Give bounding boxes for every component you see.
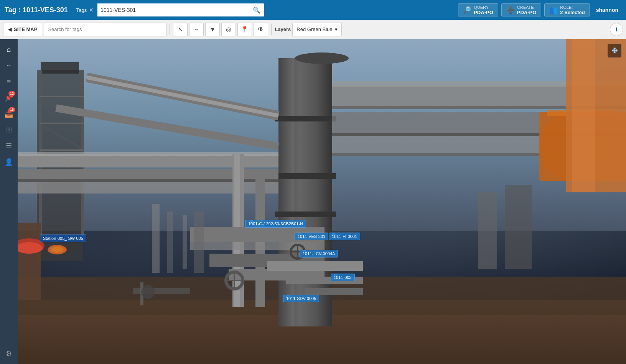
panorama-view[interactable]: ✥ Station-005_ SW-005 1001-G-1292-50-6CB… [18,39,626,364]
tag-lcv-group: 1011-LCV-0004A [300,250,306,254]
eye-icon: 👁 [258,26,264,33]
panorama-background: ✥ Station-005_ SW-005 1001-G-1292-50-6CB… [18,39,626,364]
tag-search-submit-icon[interactable]: 🔍 [249,7,264,14]
tag-search-input[interactable] [44,23,166,36]
svg-rect-21 [332,81,626,87]
tag-003-group: 1011-003 [331,274,338,277]
sidebar-item-grid[interactable]: ⊞ [2,123,16,137]
tag-sdv-label[interactable]: 1011-SDV-0005 [283,295,319,302]
svg-rect-23 [332,112,626,133]
sidebar-item-people[interactable]: 👤 [2,155,16,169]
svg-rect-39 [572,39,595,192]
divider-2 [271,24,272,35]
tag-fi-group: 1011-FI-0001 [329,233,336,236]
dropdown-tool-button[interactable]: ▼ [205,23,220,36]
svg-rect-57 [305,288,363,295]
svg-rect-34 [18,182,278,193]
svg-rect-26 [332,153,626,156]
query-button[interactable]: 🔎 QUERY PDA-PO [458,3,498,16]
chevron-left-icon: ◀ [8,27,12,32]
svg-rect-4 [41,62,79,74]
target-icon: ◎ [226,26,231,33]
query-icon: 🔎 [463,6,471,14]
sidebar-item-settings[interactable]: ⚙ [2,346,16,361]
tag-003-label[interactable]: 1011-003 [331,274,355,281]
move-cursor-button[interactable]: ✥ [608,44,621,57]
tag-ves-label[interactable]: 1011-VES-301 [295,233,328,240]
location-icon: 📍 [241,26,249,33]
tag-lcv-label[interactable]: 1011-LCV-0004A [300,250,338,257]
svg-rect-22 [332,106,626,109]
svg-rect-30 [18,154,278,167]
svg-point-67 [141,285,155,299]
svg-rect-0 [18,39,626,231]
svg-rect-32 [18,169,278,179]
header-actions: 🔎 QUERY PDA-PO ➕ CREATE PDA-PO 👥 ROLE: 2… [458,3,621,16]
svg-rect-48 [229,269,325,280]
svg-rect-58 [18,223,41,300]
info-button[interactable]: i [610,23,623,36]
measure-tool-button[interactable]: ↔ [189,23,204,36]
svg-rect-40 [478,192,497,269]
sidebar-item-list[interactable]: ≡ [2,74,16,89]
svg-rect-66 [140,282,143,305]
sidebar-item-items[interactable]: ☰ [2,139,16,153]
sidebar-item-back[interactable]: ← [2,58,16,73]
svg-rect-1 [18,300,626,364]
home-icon: ⌂ [7,46,11,54]
svg-rect-42 [232,154,244,307]
tag-search-bar: Tags ✕ 1011-VES-301 🔍 [72,3,264,16]
create-icon: ➕ [506,6,515,14]
tag-search-clear[interactable]: ✕ [89,7,94,13]
svg-line-12 [39,123,84,150]
tag-search-value: 1011-VES-301 [97,7,249,13]
username-label[interactable]: shannon [593,7,621,13]
sidebar-item-home[interactable]: ⌂ [2,42,16,57]
location-tool-button[interactable]: 📍 [237,23,252,36]
create-button[interactable]: ➕ CREATE PDA-PO [501,3,542,16]
pin-badge: 12 [8,91,15,96]
svg-rect-5 [39,70,42,242]
role-icon: 👥 [549,6,558,14]
orange-object [48,245,67,254]
sidebar-item-inbox[interactable]: 📥 15 [2,107,16,121]
tag-fi-label[interactable]: 1011-FI-0001 [329,233,360,240]
list-icon: ≡ [7,78,11,86]
layers-dropdown[interactable]: Red Green Blue ▾ [292,23,341,36]
tag-1001-label[interactable]: 1001-G-1292-50-6CB2B01-N [245,220,306,228]
tag-title: Tag : 1011-VES-301 [5,6,68,14]
measure-icon: ↔ [193,26,199,33]
svg-rect-33 [18,179,278,182]
svg-rect-55 [267,261,363,271]
svg-rect-38 [566,39,626,192]
svg-rect-2 [18,277,626,315]
layers-label: Layers [275,26,291,32]
top-header: Tag : 1011-VES-301 Tags ✕ 1011-VES-301 🔍… [0,0,626,20]
svg-rect-46 [190,242,325,250]
svg-rect-6 [81,70,84,242]
svg-line-13 [39,150,84,177]
tag-station-label[interactable]: Station-005_ SW-005 [40,234,86,242]
svg-line-27 [87,77,278,116]
svg-point-49 [226,272,243,289]
chevron-down-icon: ▾ [335,26,338,32]
svg-rect-15 [294,58,317,326]
items-icon: ☰ [6,142,12,150]
industrial-scene-svg [18,39,626,364]
sidebar-item-pins[interactable]: 📌 12 [2,90,16,105]
svg-rect-17 [275,116,336,121]
tag-sdv-group: 1011-SDV-0005 [283,295,290,298]
target-tool-button[interactable]: ◎ [221,23,236,36]
svg-rect-61 [152,204,160,273]
svg-rect-19 [275,212,336,217]
svg-rect-3 [37,70,83,261]
cursor-icon: ↖ [178,26,183,33]
svg-rect-64 [194,212,204,273]
view-tool-button[interactable]: 👁 [254,23,268,36]
svg-line-28 [87,77,278,116]
role-button[interactable]: 👥 ROLE: 2 Selected [544,3,590,16]
cursor-tool-button[interactable]: ↖ [173,23,188,36]
site-map-button[interactable]: ◀ SITE MAP [3,23,42,36]
svg-rect-41 [505,185,532,269]
svg-rect-63 [183,215,187,269]
